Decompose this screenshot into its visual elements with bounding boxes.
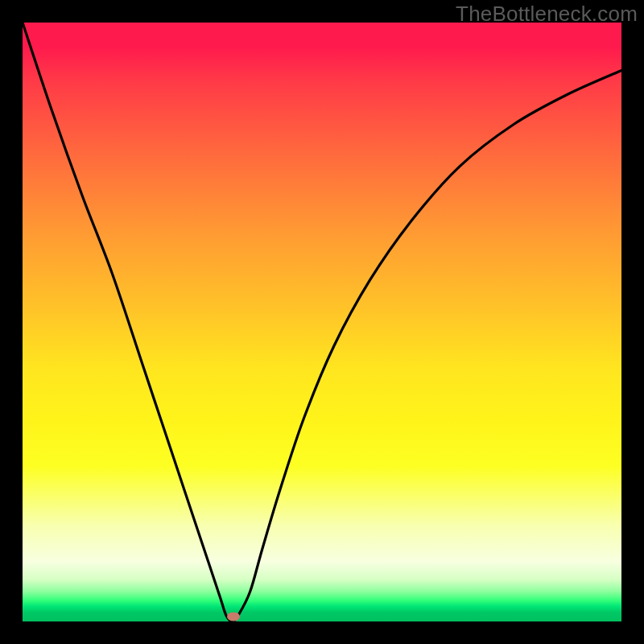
chart-frame: TheBottleneck.com — [0, 0, 644, 644]
curve-svg — [23, 23, 621, 621]
watermark-label: TheBottleneck.com — [456, 2, 638, 27]
optimal-point-marker — [227, 613, 240, 621]
plot-area — [23, 23, 621, 621]
bottleneck-curve-path — [23, 23, 621, 621]
